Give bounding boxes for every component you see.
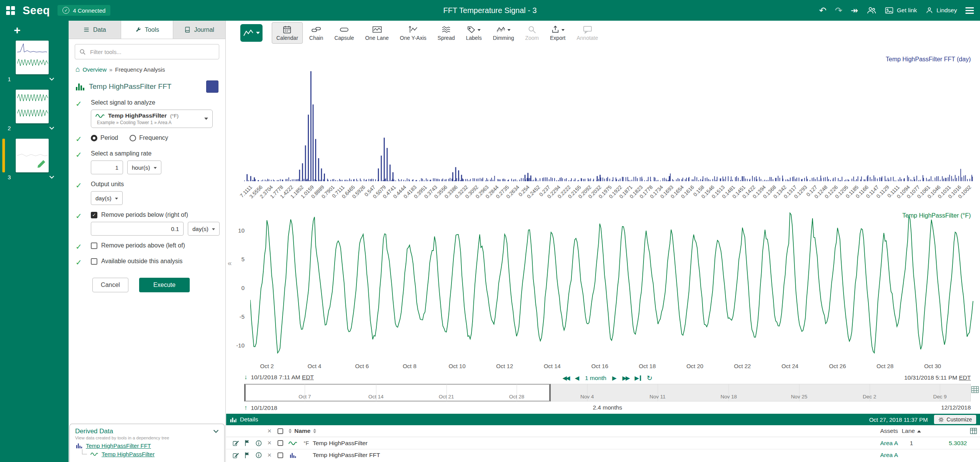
details-row-temp-highpassfilter[interactable]: × °F Temp HighPassFilter Area A 1 5.3032 (226, 437, 980, 449)
trend-y-axis[interactable]: 1050-5-10 (226, 210, 248, 360)
customize-button[interactable]: Customize (934, 415, 976, 424)
remove-item-icon[interactable]: × (264, 451, 274, 459)
row-checkbox[interactable] (277, 452, 283, 458)
available-outside-checkbox-row[interactable]: Available outside this analysis (91, 258, 219, 265)
timezone-label[interactable]: EDT (959, 374, 971, 381)
get-link-button[interactable]: Get link (885, 7, 917, 14)
tab-data[interactable]: Data (69, 21, 121, 39)
pan-fast-forward-button[interactable]: ▶▶ (622, 375, 629, 382)
home-icon[interactable]: ⌂ (76, 65, 80, 74)
flag-icon[interactable] (241, 440, 253, 446)
overview-range-slider[interactable]: Oct 7Oct 14Oct 21Oct 28Nov 4Nov 11Nov 18… (244, 384, 971, 401)
hamburger-menu-icon[interactable] (965, 7, 974, 14)
radio-selected-icon[interactable] (91, 135, 97, 141)
user-menu[interactable]: Lindsey (926, 7, 957, 14)
select-all-checkbox[interactable] (277, 428, 283, 434)
row-name[interactable]: Temp HighPassFilter (313, 440, 848, 447)
frequency-radio-option[interactable]: Frequency (130, 134, 168, 141)
overview-duration[interactable]: 2.4 months (593, 404, 622, 411)
chevron-down-icon[interactable] (49, 175, 54, 179)
pan-back-button[interactable]: ◀ (575, 375, 579, 382)
sampling-unit-select[interactable]: hour(s) (127, 161, 161, 174)
chevron-down-icon[interactable] (49, 126, 54, 130)
refresh-icon[interactable]: ↻ (647, 374, 652, 382)
overview-start-arrow-icon[interactable]: ↑ (244, 404, 248, 412)
toolbar-one-lane-button[interactable]: One Lane (361, 22, 394, 44)
add-worksheet-button[interactable]: + (14, 24, 21, 37)
tab-tools[interactable]: Tools (121, 21, 174, 39)
radio-unselected-icon[interactable] (130, 135, 136, 141)
row-asset-link[interactable]: Area A (880, 452, 898, 459)
cancel-button[interactable]: Cancel (92, 278, 128, 292)
range-start-arrow-icon[interactable]: ↓ (244, 374, 248, 381)
derived-item-child[interactable]: Temp HighPassFilter (82, 451, 219, 457)
remove-below-checkbox-row[interactable]: ✓ Remove periods below (right of) (91, 211, 220, 218)
undo-icon[interactable]: ↶ (819, 6, 826, 15)
remove-below-unit-select[interactable]: day(s) (188, 222, 220, 236)
seeq-logo[interactable]: Seeq (23, 4, 50, 17)
remove-item-icon[interactable]: × (264, 439, 274, 447)
trend-chart[interactable] (250, 210, 973, 360)
toolbar-calendar-button[interactable]: Calendar (272, 22, 303, 44)
toolbar-dimming-button[interactable]: Dimming (488, 22, 519, 44)
tab-journal[interactable]: Journal (173, 21, 225, 39)
display-range-start[interactable]: 10/1/2018 7:11 AM EDT (251, 374, 314, 381)
column-name-header[interactable]: Name (294, 428, 310, 434)
chevron-down-icon[interactable] (49, 77, 54, 81)
duration-label[interactable]: 1 month (585, 375, 606, 382)
slider-grid-icon[interactable] (971, 386, 979, 393)
panel-collapse-button[interactable]: « (228, 259, 232, 267)
toolbar-export-button[interactable]: Export (545, 22, 570, 44)
derived-item[interactable]: Temp HighPassFilter FFT (76, 442, 219, 449)
filter-tools-input[interactable] (89, 48, 215, 56)
remove-all-icon[interactable]: × (264, 427, 274, 435)
worksheet-thumbnail-1[interactable] (16, 41, 49, 74)
display-range-end[interactable]: 10/31/2018 5:11 PM EDT (904, 374, 971, 381)
toolbar-labels-button[interactable]: Labels (461, 22, 486, 44)
output-unit-select[interactable]: day(s) (91, 191, 123, 205)
details-row-temp-highpassfilter-fft[interactable]: × Temp HighPassFilter FFT Area A (226, 449, 980, 461)
info-icon[interactable] (253, 452, 264, 458)
column-lane-header[interactable]: Lane (898, 428, 925, 434)
worksheet-thumbnail-2[interactable] (16, 90, 49, 123)
row-checkbox[interactable] (277, 440, 283, 446)
derived-data-title[interactable]: Derived Data (75, 428, 213, 435)
checkbox-unchecked-icon[interactable] (91, 242, 97, 249)
toolbar-capsule-button[interactable]: Capsule (330, 22, 358, 44)
toolbar-chain-button[interactable]: Chain (305, 22, 328, 44)
toolbar-spread-button[interactable]: Spread (433, 22, 460, 44)
edit-icon[interactable] (230, 452, 241, 459)
column-assets-header[interactable]: Assets (848, 428, 898, 434)
row-asset-link[interactable]: Area A (880, 440, 898, 447)
pan-forward-button[interactable]: ▶ (612, 375, 617, 382)
range-selection-handle[interactable] (244, 384, 551, 401)
remove-below-input[interactable] (91, 222, 184, 236)
connection-status-badge[interactable]: ✓ 4 Connected (57, 5, 110, 16)
series-color-swatch[interactable] (206, 80, 218, 93)
flag-icon[interactable] (241, 452, 253, 459)
pan-fast-back-button[interactable]: ◀◀ (563, 375, 569, 382)
row-name[interactable]: Temp HighPassFilter FFT (313, 452, 848, 459)
timezone-label[interactable]: EDT (302, 374, 314, 380)
filter-tools-search[interactable] (75, 44, 219, 59)
signal-select-dropdown[interactable]: Temp HighPassFilter (°F) Example » Cooli… (91, 110, 213, 128)
sampling-rate-input[interactable] (91, 161, 123, 174)
period-radio-option[interactable]: Period (91, 134, 118, 141)
column-chooser-icon[interactable] (967, 428, 980, 434)
forward-history-icon[interactable]: ↠ (851, 6, 858, 15)
worksheet-thumbnail-3[interactable] (16, 139, 49, 172)
info-icon[interactable] (253, 440, 264, 446)
breadcrumb-overview-link[interactable]: Overview (82, 66, 107, 73)
details-panel-header[interactable]: Details Oct 27, 2018 11:37 PM Customize (226, 414, 980, 425)
checkbox-unchecked-icon[interactable] (91, 258, 97, 265)
derived-item-link[interactable]: Temp HighPassFilter (102, 451, 154, 457)
trend-x-axis[interactable]: Oct 2Oct 4Oct 6Oct 8Oct 10Oct 12Oct 14Oc… (250, 363, 973, 371)
toolbar-one-y-axis-button[interactable]: One Y-Axis (395, 22, 431, 44)
execute-button[interactable]: Execute (139, 278, 190, 292)
chevron-collapse-icon[interactable] (213, 429, 219, 433)
derived-item-link[interactable]: Temp HighPassFilter FFT (86, 442, 151, 449)
remove-above-checkbox-row[interactable]: Remove periods above (left of) (91, 242, 219, 249)
sort-icon[interactable] (313, 429, 316, 433)
edit-icon[interactable] (230, 440, 241, 446)
users-icon[interactable] (867, 6, 877, 15)
